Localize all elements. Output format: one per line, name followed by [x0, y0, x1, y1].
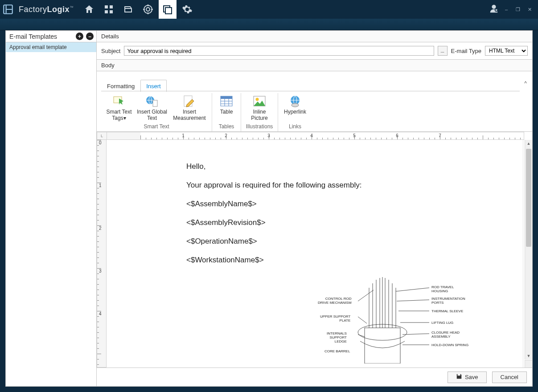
svg-point-9	[492, 5, 496, 9]
window-maximize-icon[interactable]: ❐	[514, 7, 522, 12]
table-icon	[219, 94, 234, 108]
nav-target-icon[interactable]	[139, 0, 157, 19]
inline-picture-button[interactable]: InlinePicture	[245, 93, 274, 122]
sidebar-title: E-mail Templates	[9, 33, 73, 40]
embedded-diagram: CONTROL RODDRIVE MECHANISM UPPER SUPPORT…	[253, 274, 503, 363]
svg-point-6	[146, 8, 150, 11]
svg-point-5	[144, 5, 152, 13]
svg-line-26	[396, 288, 429, 291]
sidebar: E-mail Templates + – Approval email temp…	[6, 31, 97, 386]
scroll-corner	[525, 360, 532, 368]
body-header: Body	[97, 60, 532, 71]
subject-input[interactable]	[124, 46, 434, 56]
nav-grid-icon[interactable]	[100, 0, 118, 19]
svg-rect-8	[165, 8, 172, 14]
tab-formatting[interactable]: Formatting	[101, 80, 140, 92]
document-scroll: Hello, Your approval is required for the…	[107, 140, 532, 368]
insert-ribbon: Smart TextTags▾ Insert GlobalText Insert…	[97, 91, 532, 132]
editor-tab-row: Formatting Insert ^	[97, 71, 532, 91]
diagram-label: CONTROL RODDRIVE MECHANISM	[318, 297, 352, 305]
ribbon-strip	[0, 19, 538, 30]
ribbon-collapse-icon[interactable]: ^	[524, 80, 527, 86]
remove-template-button[interactable]: –	[86, 33, 94, 40]
user-icon[interactable]	[489, 4, 499, 15]
diagram-label: INSTRUMENTATIONPORTS	[431, 297, 465, 305]
insert-table-button[interactable]: Table	[216, 93, 237, 122]
diagram-label: CORE BARREL	[324, 349, 350, 353]
template-list-item[interactable]: Approval email template	[6, 42, 96, 52]
main-nav	[80, 0, 196, 19]
nav-package-icon[interactable]	[119, 0, 137, 19]
insert-global-text-button[interactable]: Insert GlobalText	[135, 93, 169, 122]
title-bar: FactoryLogix™ – ❐ ✕	[0, 0, 538, 19]
vertical-ruler[interactable]: 01234	[97, 140, 107, 368]
diagram-label: CLOSURE HEADASSEMBLY	[431, 331, 460, 339]
save-disk-icon	[456, 373, 462, 381]
ribbon-group-tables: Table Tables	[212, 93, 241, 131]
body-panel: Formatting Insert ^ Smart TextTags▾ Inse…	[97, 71, 532, 386]
ribbon-group-links: Hyperlink Links	[278, 93, 312, 131]
app-brand: FactoryLogix™	[19, 5, 74, 14]
hruler-canvas[interactable]: 1234567	[107, 132, 524, 140]
svg-line-23	[358, 290, 374, 301]
main-panel: Details Subject ... E-mail Type HTML Tex…	[97, 31, 532, 386]
subject-label: Subject	[101, 48, 120, 54]
svg-line-24	[358, 317, 367, 323]
tag-arrow-icon	[112, 94, 126, 108]
diagram-label: ROD TRAVELHOUSING	[431, 285, 454, 293]
doc-line: <$OperationName$>	[186, 237, 523, 246]
diagram-label: LIFTING LUG	[431, 321, 453, 325]
add-template-button[interactable]: +	[76, 33, 83, 40]
subject-browse-button[interactable]: ...	[438, 46, 448, 56]
nav-templates-icon[interactable]	[159, 0, 177, 19]
svg-rect-13	[153, 100, 157, 106]
svg-point-20	[292, 103, 299, 107]
window-close-icon[interactable]: ✕	[526, 7, 534, 12]
sidebar-header: E-mail Templates + –	[6, 31, 96, 42]
hyperlink-button[interactable]: Hyperlink	[282, 93, 308, 122]
details-row: Subject ... E-mail Type HTML Text	[97, 42, 532, 60]
diagram-label: THERMAL SLEEVE	[431, 309, 463, 313]
document-area: 01234 Hello, Your approval is required f…	[97, 140, 532, 368]
tab-insert[interactable]: Insert	[140, 80, 167, 92]
scroll-up-icon[interactable]: ▲	[525, 140, 532, 147]
scroll-thumb[interactable]	[526, 149, 531, 247]
ribbon-group-smart-text: Smart TextTags▾ Insert GlobalText Insert…	[101, 93, 212, 131]
nav-settings-icon[interactable]	[178, 0, 196, 19]
diagram-label: HOLD-DOWN SPRING	[431, 343, 468, 347]
globe-doc-icon	[145, 94, 159, 108]
document-page[interactable]: Hello, Your approval is required for the…	[140, 140, 523, 368]
svg-rect-3	[105, 10, 108, 13]
details-header: Details	[97, 31, 532, 42]
insert-measurement-button[interactable]: InsertMeasurement	[171, 93, 208, 122]
vertical-scrollbar[interactable]: ▲ ▼	[525, 140, 532, 359]
doc-line: Hello,	[186, 162, 523, 171]
svg-rect-4	[110, 10, 113, 13]
svg-line-27	[397, 300, 429, 301]
doc-line: Your approval is required for the follow…	[186, 181, 523, 190]
svg-rect-1	[105, 5, 108, 8]
cancel-button[interactable]: Cancel	[492, 372, 527, 383]
doc-line: <$AssemblyName$>	[186, 200, 523, 208]
scroll-down-icon[interactable]: ▼	[525, 352, 532, 359]
doc-line: <$AssemblyRevision$>	[186, 218, 523, 227]
smart-text-tags-button[interactable]: Smart TextTags▾	[105, 93, 133, 122]
ribbon-group-illustrations: InlinePicture Illustrations	[241, 93, 278, 131]
window-minimize-icon[interactable]: –	[502, 7, 510, 12]
email-type-select[interactable]: HTML Text	[485, 46, 528, 56]
doc-line: <$WorkstationName$>	[186, 256, 523, 265]
picture-icon	[252, 94, 267, 108]
email-type-label: E-mail Type	[451, 48, 481, 54]
app-logo-icon	[0, 0, 16, 19]
svg-rect-16	[221, 96, 232, 99]
hyperlink-globe-icon	[288, 94, 302, 108]
ruler-corner: L	[97, 132, 107, 140]
save-button[interactable]: Save	[448, 372, 487, 383]
nav-home-icon[interactable]	[80, 0, 98, 19]
diagram-label: INTERNALSSUPPORTLEDGE	[327, 331, 347, 343]
pencil-doc-icon	[182, 94, 197, 108]
content-shell: E-mail Templates + – Approval email temp…	[5, 30, 533, 387]
svg-point-18	[256, 98, 259, 101]
template-list: Approval email template	[6, 42, 96, 386]
diagram-label: UPPER SUPPORTPLATE	[320, 314, 350, 323]
